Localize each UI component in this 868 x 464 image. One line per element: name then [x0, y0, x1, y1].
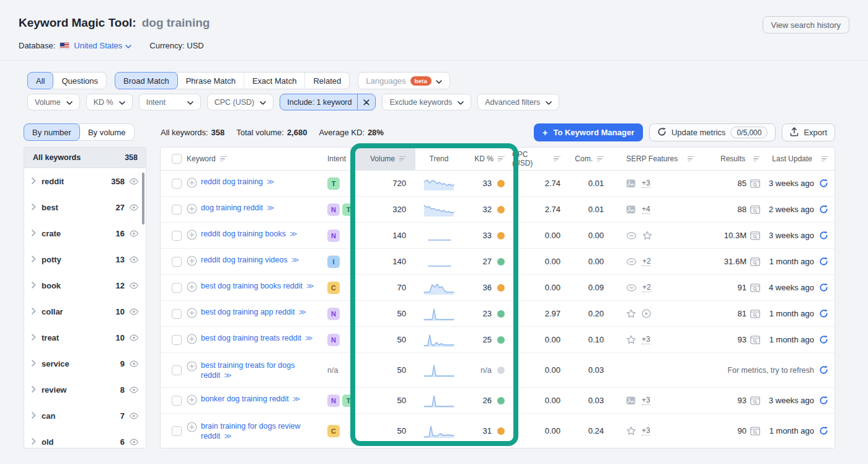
sidebar-group-treat[interactable]: treat 10 [24, 324, 146, 350]
expand-keyword-icon[interactable]: ≫ [224, 371, 232, 380]
tab-all[interactable]: All [27, 72, 53, 89]
filter-advanced-filters[interactable]: Advanced filters [477, 94, 559, 110]
row-checkbox[interactable] [172, 205, 182, 215]
sidebar-group-can[interactable]: can 7 [24, 403, 146, 429]
serp-preview-icon[interactable] [750, 257, 760, 266]
sidebar-group-review[interactable]: review 8 [24, 377, 146, 403]
eye-icon[interactable] [129, 360, 139, 367]
serp-features-more[interactable]: +3 [642, 426, 650, 435]
expand-keyword-icon[interactable]: ≫ [267, 177, 275, 186]
view-search-history-button[interactable]: View search history [763, 16, 849, 33]
serp-features-more[interactable]: +4 [642, 205, 650, 214]
eye-icon[interactable] [129, 413, 139, 419]
eye-icon[interactable] [129, 386, 139, 393]
remove-include-filter-button[interactable] [357, 94, 375, 110]
row-checkbox[interactable] [172, 365, 182, 375]
row-checkbox[interactable] [172, 309, 182, 319]
column-header-cpc[interactable]: CPC (USD) [512, 148, 570, 170]
expand-keyword-icon[interactable]: ≫ [290, 230, 298, 238]
eye-icon[interactable] [129, 256, 139, 263]
serp-preview-icon[interactable] [750, 231, 760, 240]
serp-features-more[interactable]: +2 [642, 283, 651, 292]
add-keyword-icon[interactable] [187, 361, 197, 373]
filter-cpc-usd-[interactable]: CPC (USD) [207, 94, 274, 110]
eye-icon[interactable] [129, 230, 139, 237]
add-keyword-icon[interactable] [187, 256, 197, 268]
refresh-metrics-icon[interactable] [819, 179, 828, 188]
refresh-metrics-icon[interactable] [819, 426, 828, 435]
add-keyword-icon[interactable] [187, 203, 197, 216]
to-keyword-manager-button[interactable]: + To Keyword Manager [534, 123, 643, 141]
refresh-metrics-icon[interactable] [819, 283, 828, 292]
row-checkbox[interactable] [172, 231, 182, 241]
keyword-link[interactable]: reddit dog training videos≫ [201, 255, 299, 265]
database-selector[interactable]: United States [74, 41, 131, 50]
serp-preview-icon[interactable] [750, 179, 760, 188]
serp-preview-icon[interactable] [750, 336, 760, 344]
tab-phrase-match[interactable]: Phrase Match [177, 73, 244, 89]
expand-keyword-icon[interactable]: ≫ [306, 282, 314, 290]
keyword-link[interactable]: best dog training app reddit≫ [201, 307, 306, 317]
sidebar-group-service[interactable]: service 9 [24, 350, 146, 377]
expand-keyword-icon[interactable]: ≫ [293, 395, 301, 403]
select-all-checkbox[interactable] [172, 154, 182, 164]
add-keyword-icon[interactable] [187, 308, 197, 320]
expand-keyword-icon[interactable]: ≫ [267, 203, 275, 212]
row-checkbox[interactable] [172, 179, 182, 189]
add-keyword-icon[interactable] [187, 282, 197, 294]
sidebar-group-potty[interactable]: potty 13 [24, 246, 146, 272]
sidebar-all-keywords-row[interactable]: All keywords 358 [24, 148, 146, 168]
refresh-metrics-icon[interactable] [819, 335, 828, 344]
filter-kd-[interactable]: KD % [86, 94, 133, 110]
serp-preview-icon[interactable] [750, 396, 760, 405]
serp-preview-icon[interactable] [750, 205, 760, 214]
expand-keyword-icon[interactable]: ≫ [291, 256, 299, 264]
column-header-vol[interactable]: Volume [351, 148, 415, 170]
tab-broad-match[interactable]: Broad Match [115, 72, 178, 89]
add-keyword-icon[interactable] [187, 230, 197, 242]
column-header-kw[interactable]: Keyword [182, 148, 322, 170]
sidebar-group-book[interactable]: book 12 [24, 272, 146, 298]
column-header-kd[interactable]: KD % [463, 148, 512, 170]
add-keyword-icon[interactable] [187, 334, 197, 346]
column-header-serp[interactable]: SERP Features [608, 148, 706, 170]
refresh-metrics-icon[interactable] [819, 396, 828, 405]
row-checkbox[interactable] [172, 335, 182, 345]
row-checkbox[interactable] [172, 426, 182, 436]
eye-icon[interactable] [129, 178, 139, 185]
filter-volume[interactable]: Volume [27, 94, 80, 110]
refresh-metrics-icon[interactable] [819, 365, 828, 375]
serp-features-more[interactable]: +3 [642, 179, 650, 188]
eye-icon[interactable] [129, 204, 139, 211]
filter-intent[interactable]: Intent [139, 94, 201, 110]
row-checkbox[interactable] [172, 396, 182, 406]
serp-features-more[interactable]: +3 [642, 396, 650, 405]
sidebar-scrollbar[interactable] [142, 172, 144, 225]
expand-keyword-icon[interactable]: ≫ [305, 334, 313, 342]
keyword-link[interactable]: brain training for dogs review reddit≫ [201, 421, 322, 441]
keyword-link[interactable]: reddit dog training books≫ [201, 229, 297, 239]
row-checkbox[interactable] [172, 257, 182, 267]
sidebar-group-collar[interactable]: collar 10 [24, 298, 146, 324]
serp-preview-icon[interactable] [750, 310, 760, 318]
export-button[interactable]: Export [782, 123, 835, 141]
tab-questions[interactable]: Questions [53, 73, 106, 89]
languages-dropdown[interactable]: Languages beta [358, 72, 450, 89]
eye-icon[interactable] [129, 439, 139, 445]
filter-include-1-keyword[interactable]: Include: 1 keyword [280, 94, 376, 110]
tab-exact-match[interactable]: Exact Match [244, 73, 305, 89]
sidebar-group-reddit[interactable]: reddit 358 [24, 168, 146, 194]
toggle-by-number[interactable]: By number [24, 123, 80, 141]
add-keyword-icon[interactable] [187, 177, 197, 190]
column-header-res[interactable]: Results [706, 148, 760, 170]
add-keyword-icon[interactable] [187, 395, 197, 407]
filter-exclude-keywords[interactable]: Exclude keywords [382, 94, 471, 110]
add-keyword-icon[interactable] [187, 422, 197, 434]
keyword-link[interactable]: reddit dog training≫ [201, 177, 275, 187]
toggle-by-volume[interactable]: By volume [79, 124, 134, 140]
serp-preview-icon[interactable] [750, 283, 760, 292]
keyword-link[interactable]: bonker dog training reddit≫ [201, 394, 300, 404]
keyword-link[interactable]: best dog training books reddit≫ [201, 281, 314, 291]
column-header-com[interactable]: Com. [570, 148, 608, 170]
expand-keyword-icon[interactable]: ≫ [299, 308, 307, 316]
